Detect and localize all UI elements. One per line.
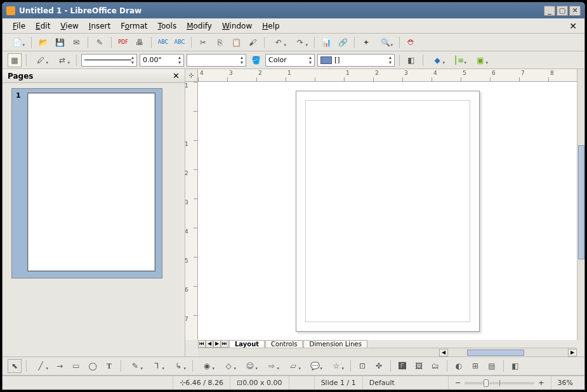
line-color-combo[interactable]: ▴▾ <box>187 54 246 67</box>
tab-controls[interactable]: Controls <box>265 340 303 348</box>
pages-panel: Pages ✕ 1 <box>3 69 185 356</box>
menu-tools[interactable]: Tools <box>153 20 182 32</box>
arrange-tool[interactable]: ▤ <box>485 359 499 373</box>
save-button[interactable]: 💾 <box>53 36 67 49</box>
menu-edit[interactable]: Edit <box>30 20 55 32</box>
autospellcheck-button[interactable]: ABC <box>173 36 187 49</box>
app-icon <box>6 6 15 15</box>
tab-nav-last-icon[interactable]: ⏭ <box>221 340 228 348</box>
rectangle-tool[interactable]: ▭ <box>69 359 83 373</box>
callouts-tool[interactable]: 💬 <box>305 359 324 373</box>
edit-points-tool[interactable]: ⊡ <box>355 359 369 373</box>
layer-tabs: ⏮ ◀ ▶ ⏭ Layout Controls Dimension Lines <box>198 340 577 348</box>
tab-dimension-lines[interactable]: Dimension Lines <box>303 340 367 348</box>
select-tool[interactable]: ⬉ <box>8 359 22 373</box>
status-style[interactable]: Default <box>362 376 401 389</box>
canvas-area: ⊹ 4321123456789101112 112345678910 ⏮ ◀ ▶… <box>185 69 584 356</box>
ellipse-tool[interactable]: ◯ <box>86 359 100 373</box>
page-thumbnail[interactable]: 1 <box>11 88 162 278</box>
menu-help[interactable]: Help <box>257 20 284 32</box>
tab-layout[interactable]: Layout <box>229 340 265 348</box>
color-swatch-icon <box>320 56 332 64</box>
lines-arrows-tool[interactable]: ↳ <box>169 359 188 373</box>
text-tool[interactable]: T <box>102 359 116 373</box>
alignment-tool[interactable]: ⊞ <box>468 359 482 373</box>
line-tool[interactable]: ╱ <box>31 359 50 373</box>
menu-insert[interactable]: Insert <box>84 20 115 32</box>
styles-button[interactable]: ◆ <box>428 53 447 67</box>
fill-color-combo[interactable]: [] ▴▾ <box>317 54 395 67</box>
document-close-icon[interactable]: ✕ <box>567 21 579 31</box>
effects-tool[interactable]: ◐ <box>452 359 466 373</box>
gallery-tool[interactable]: 🗂 <box>428 359 442 373</box>
page[interactable] <box>296 91 480 332</box>
open-button[interactable]: 📂 <box>36 36 50 49</box>
paste-button[interactable]: 📋 <box>229 36 243 49</box>
curve-tool[interactable]: ✎ <box>126 359 145 373</box>
symbol-shapes-tool[interactable]: ☺ <box>241 359 260 373</box>
zoom-value[interactable]: 36% <box>551 376 579 389</box>
arrange-button[interactable]: ▣ <box>471 53 490 67</box>
fill-type-combo[interactable]: Color ▴▾ <box>265 54 315 67</box>
print-button[interactable]: 🖶 <box>133 36 147 49</box>
export-pdf-button[interactable]: PDF <box>116 36 130 49</box>
menu-view[interactable]: View <box>55 20 83 32</box>
pages-panel-header[interactable]: Pages ✕ <box>3 69 185 83</box>
email-button[interactable]: ✉ <box>69 36 83 49</box>
tab-nav-prev-icon[interactable]: ◀ <box>206 340 213 348</box>
edit-button[interactable]: ✎ <box>93 36 107 49</box>
horizontal-ruler[interactable]: 4321123456789101112 <box>198 69 577 82</box>
arrow-style-button[interactable]: ⇄ <box>53 53 72 67</box>
cut-button[interactable]: ✂ <box>196 36 210 49</box>
show-grid-button[interactable]: ▦ <box>8 53 22 67</box>
titlebar[interactable]: Untitled 1 - LibreOffice Draw _ ▢ ✕ <box>3 3 584 18</box>
zoom-control[interactable]: −+ <box>448 376 550 389</box>
shadow-button[interactable]: ◧ <box>404 53 418 67</box>
stars-tool[interactable]: ☆ <box>327 359 346 373</box>
tab-nav-first-icon[interactable]: ⏮ <box>198 340 206 348</box>
minimize-button[interactable]: _ <box>544 6 555 16</box>
extrusion-tool[interactable]: ◧ <box>508 359 522 373</box>
hyperlink-button[interactable]: 🔗 <box>336 36 350 49</box>
fontwork-tool[interactable]: 🅵 <box>395 359 409 373</box>
spellcheck-button[interactable]: ABC <box>156 36 170 49</box>
vertical-scrollbar[interactable] <box>577 69 584 340</box>
gluepoints-tool[interactable]: ✜ <box>372 359 386 373</box>
arrow-line-tool[interactable]: → <box>53 359 67 373</box>
format-paintbrush-button[interactable]: 🖌 <box>246 36 260 49</box>
close-button[interactable]: ✕ <box>569 6 581 16</box>
status-slide: Slide 1 / 1 <box>314 376 362 389</box>
hscroll-right-icon[interactable]: ▶ <box>568 349 577 356</box>
redo-button[interactable]: ↷ <box>291 36 310 49</box>
help-button[interactable]: ⛑ <box>404 36 418 49</box>
connector-tool[interactable]: ⅂ <box>147 359 166 373</box>
menu-modify[interactable]: Modify <box>181 20 217 32</box>
drawing-canvas[interactable] <box>198 82 577 340</box>
hscroll-left-icon[interactable]: ◀ <box>439 349 448 356</box>
horizontal-scrollbar[interactable]: ◀ ▶ <box>198 348 577 356</box>
line-width-combo[interactable]: 0.00" ▴▾ <box>140 54 184 67</box>
basic-shapes-tool[interactable]: ◇ <box>219 359 238 373</box>
menu-window[interactable]: Window <box>217 20 257 32</box>
chart-button[interactable]: 📊 <box>319 36 333 49</box>
area-fill-button[interactable]: 🪣 <box>249 53 263 67</box>
line-style-combo[interactable]: ▴▾ <box>81 54 137 67</box>
undo-button[interactable]: ↶ <box>269 36 288 49</box>
zoom-button[interactable]: 🔍 <box>376 36 395 49</box>
menu-format[interactable]: Format <box>115 20 152 32</box>
block-arrows-tool[interactable]: ⇨ <box>262 359 281 373</box>
flowcharts-tool[interactable]: ▱ <box>284 359 303 373</box>
pages-panel-close-icon[interactable]: ✕ <box>173 71 180 81</box>
vertical-ruler[interactable]: 112345678910 <box>185 82 198 340</box>
new-button[interactable]: 📄 <box>8 36 27 49</box>
maximize-button[interactable]: ▢ <box>557 6 568 16</box>
align-button[interactable]: ⎮≡ <box>449 53 468 67</box>
from-file-tool[interactable]: 🖼 <box>412 359 426 373</box>
menu-file[interactable]: File <box>8 20 30 32</box>
line-color-button[interactable]: 🖊 <box>31 53 50 67</box>
tab-nav-next-icon[interactable]: ▶ <box>213 340 221 348</box>
3d-objects-tool[interactable]: ◉ <box>197 359 216 373</box>
ruler-corner[interactable]: ⊹ <box>185 69 198 82</box>
copy-button[interactable]: ⎘ <box>213 36 227 49</box>
navigator-button[interactable]: ✦ <box>359 36 373 49</box>
